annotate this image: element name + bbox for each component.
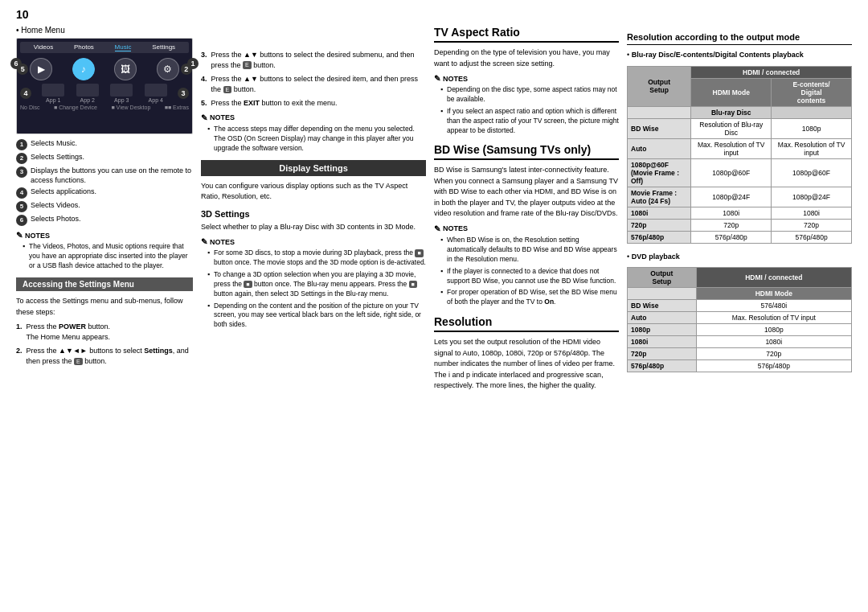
resolution-title: Resolution	[434, 315, 619, 332]
cell-576p-label: 576p/480p	[628, 231, 691, 243]
step-2: 2. Press the ▲▼◄► buttons to select Sett…	[16, 346, 193, 366]
dvd-576p-val: 576p/480p	[696, 360, 851, 372]
dvd-resolution-table: OutputSetup HDMI / connected HDMI Mode B…	[627, 267, 852, 372]
bd-wise-intro: BD Wise is Samsung's latest inter-connec…	[434, 165, 619, 220]
tv-aspect-ratio-intro: Depending on the type of television you …	[434, 47, 619, 69]
home-menu-numbered-list: 1 Selects Music. 2 Selects Settings. 3 D…	[16, 139, 193, 226]
left-column: • Home Menu Videos Photos Music Settings…	[16, 26, 193, 396]
3d-settings-title: 3D Settings	[201, 209, 426, 219]
dvd-auto-val: Max. Resolution of TV input	[696, 312, 851, 324]
dvd-576p-label: 576p/480p	[628, 360, 697, 372]
table-row: Movie Frame :Auto (24 Fs) 1080p@24F 1080…	[628, 187, 852, 207]
numbered-item-2: 2 Selects Settings.	[16, 153, 193, 164]
dvd-bdwise-val: 576/480i	[696, 300, 851, 312]
3d-settings-intro: Select whether to play a Blu-ray Disc wi…	[201, 222, 426, 233]
3d-note-3: Depending on the content and the positio…	[207, 302, 426, 331]
right-column: TV Aspect Ratio Depending on the type of…	[434, 26, 619, 396]
step-3: 3. Press the ▲▼ buttons to select the de…	[201, 50, 426, 70]
resolution-intro: Lets you set the output resolution of th…	[434, 337, 619, 392]
cell-movieframe-bluray: 1080p@24F	[691, 187, 772, 207]
accessing-settings-intro: To access the Settings menu and sub-menu…	[16, 296, 193, 318]
3d-notes: NOTES For some 3D discs, to stop a movie…	[201, 237, 426, 330]
bd-wise-note-2: If the player is connected to a device t…	[440, 267, 619, 286]
table-header-hdmi-mode: HDMI Mode	[691, 78, 772, 106]
step-5: 5. Press the EXIT button to exit the men…	[201, 98, 426, 109]
table-subheader-digital	[772, 106, 852, 118]
accessing-settings-header: Accessing the Settings Menu	[16, 277, 193, 291]
middle-column: 3. Press the ▲▼ buttons to select the de…	[201, 26, 426, 396]
table-header-output: OutputSetup	[628, 66, 691, 106]
dvd-1080p-label: 1080p	[628, 324, 697, 336]
note-item-1: The Videos, Photos, and Music options re…	[23, 242, 193, 271]
dvd-1080p-val: 1080p	[696, 324, 851, 336]
menu-videos: Videos	[34, 43, 53, 51]
table-row: BD Wise 576/480i	[628, 300, 852, 312]
table-row: 1080p 1080p	[628, 324, 852, 336]
menu-music: Music	[115, 43, 132, 51]
table-subheader-setup	[628, 106, 691, 118]
cell-auto-label: Auto	[628, 138, 691, 158]
step-4: 4. Press the ▲▼ buttons to select the de…	[201, 74, 426, 94]
mid-note-1: The access steps may differ depending on…	[207, 125, 426, 154]
icon-music: ♪	[72, 58, 95, 80]
dvd-subheader-setup	[628, 288, 697, 300]
menu-photos: Photos	[74, 43, 94, 51]
cell-1080i-label: 1080i	[628, 207, 691, 219]
numbered-item-1: 1 Selects Music.	[16, 139, 193, 150]
numbered-item-6: 6 Selects Photos.	[16, 215, 193, 226]
table-row: 1080i 1080i	[628, 336, 852, 348]
table-row: 720p 720p	[628, 348, 852, 360]
3d-notes-title: NOTES	[201, 237, 426, 246]
bd-wise-notes-title: NOTES	[434, 224, 619, 233]
icon-photos: 🖼	[114, 58, 137, 80]
resolution-output-title: Resolution according to the output mode	[627, 32, 852, 45]
3d-note-1: For some 3D discs, to stop a movie durin…	[207, 248, 426, 268]
cell-bdwise-bluray: Resolution of Blu-ray Disc	[691, 118, 772, 138]
icon-settings: ⚙	[157, 58, 179, 80]
cell-movieframe-label: Movie Frame :Auto (24 Fs)	[628, 187, 691, 207]
cell-576p-digital: 576p/480p	[772, 231, 852, 243]
bd-wise-title: BD Wise (Samsung TVs only)	[434, 143, 619, 160]
steps-continued: 3. Press the ▲▼ buttons to select the de…	[201, 50, 426, 109]
cell-1080p60f-bluray: 1080p@60F	[691, 158, 772, 187]
cell-auto-digital: Max. Resolution of TV input	[772, 138, 852, 158]
cell-1080i-digital: 1080i	[772, 207, 852, 219]
dvd-header-hdmi: HDMI / connected	[696, 268, 851, 288]
table-row: 1080i 1080i 1080i	[628, 207, 852, 219]
dvd-auto-label: Auto	[628, 312, 697, 324]
menu-settings: Settings	[152, 43, 175, 51]
tv-aspect-notes: NOTES Depending on the disc type, some a…	[434, 74, 619, 135]
3d-note-2: To change a 3D option selection when you…	[207, 270, 426, 299]
tv-aspect-notes-title: NOTES	[434, 74, 619, 83]
table-row: Auto Max. Resolution of TV input	[628, 312, 852, 324]
numbered-item-5: 5 Selects Videos.	[16, 201, 193, 212]
dvd-1080i-val: 1080i	[696, 336, 851, 348]
dvd-1080i-label: 1080i	[628, 336, 697, 348]
far-right-column: Resolution according to the output mode …	[627, 26, 852, 396]
table-row: 576p/480p 576p/480p	[628, 360, 852, 372]
bd-wise-notes: NOTES When BD Wise is on, the Resolution…	[434, 224, 619, 307]
cell-720p-digital: 720p	[772, 219, 852, 231]
table-header-e-contents: E-contents/Digitalcontents	[772, 78, 852, 106]
page-number: 10	[16, 8, 852, 21]
table-header-hdmi: HDMI / connected	[691, 66, 852, 78]
dvd-720p-label: 720p	[628, 348, 697, 360]
dvd-header-output: OutputSetup	[628, 268, 697, 288]
home-menu-label: • Home Menu	[16, 26, 193, 35]
mid-notes-1: NOTES The access steps may differ depend…	[201, 113, 426, 154]
cell-576p-bluray: 576p/480p	[691, 231, 772, 243]
table-row: 1080p@60F(Movie Frame : Off) 1080p@60F 1…	[628, 158, 852, 187]
bd-wise-note-3: For proper operation of BD Wise, set the…	[440, 288, 619, 307]
dvd-bdwise-label: BD Wise	[628, 300, 697, 312]
numbered-item-3: 3 Displays the buttons you can use on th…	[16, 166, 193, 185]
table-row: 576p/480p 576p/480p 576p/480p	[628, 231, 852, 243]
cell-bdwise-label: BD Wise	[628, 118, 691, 138]
hdmi-resolution-table: OutputSetup HDMI / connected HDMI Mode E…	[627, 66, 852, 244]
table-row: BD Wise Resolution of Blu-ray Disc 1080p	[628, 118, 852, 138]
icon-videos: ▶	[30, 58, 52, 80]
table-subheader-bluray: Blu-ray Disc	[691, 106, 772, 118]
display-settings-intro: You can configure various display option…	[201, 181, 426, 203]
cell-1080p60f-digital: 1080p@60F	[772, 158, 852, 187]
dvd-playback-label: • DVD playback	[627, 252, 852, 263]
tv-aspect-ratio-title: TV Aspect Ratio	[434, 26, 619, 43]
